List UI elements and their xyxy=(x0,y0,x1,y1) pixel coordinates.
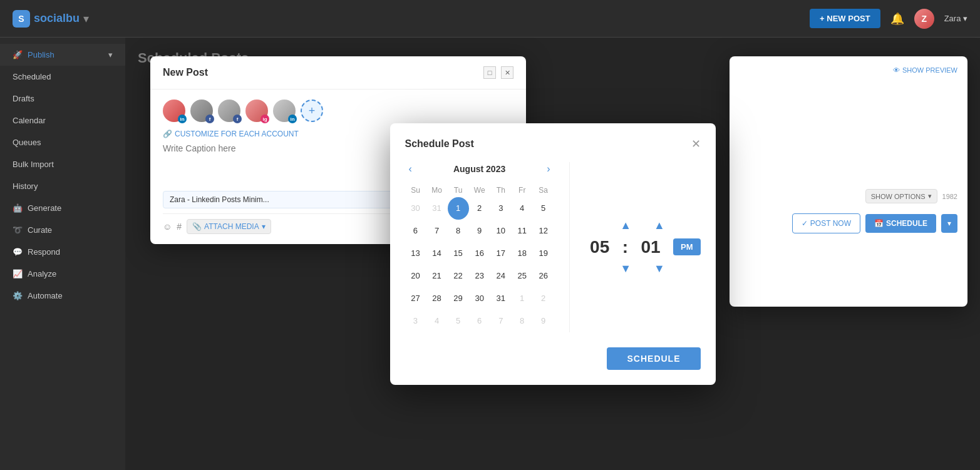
col-sun: Su xyxy=(405,183,426,197)
calendar-day[interactable]: 27 xyxy=(405,287,426,310)
sidebar-queues-label: Queues xyxy=(13,138,41,147)
hashtag-icon[interactable]: # xyxy=(177,222,182,232)
calendar-day[interactable]: 8 xyxy=(512,310,533,332)
user-name[interactable]: Zara ▾ xyxy=(944,14,967,23)
prev-month-button[interactable]: ‹ xyxy=(405,162,416,176)
avatar[interactable]: Z xyxy=(914,9,934,29)
app-shell: S socialbu ▾ + NEW POST 🔔 Z Zara ▾ 🚀 Pub… xyxy=(0,0,980,470)
sidebar-item-bulk-import[interactable]: Bulk Import xyxy=(0,153,125,175)
logo-dropdown-icon[interactable]: ▾ xyxy=(83,12,89,26)
sidebar-publish-label: Publish xyxy=(28,50,54,59)
calendar-day[interactable]: 25 xyxy=(512,265,533,287)
sidebar-item-curate[interactable]: ➰ Curate xyxy=(0,219,125,241)
maximize-button[interactable]: □ xyxy=(483,66,496,79)
calendar-day[interactable]: 11 xyxy=(512,220,533,242)
account-avatar-2[interactable]: f xyxy=(190,100,213,122)
calendar-day[interactable]: 5 xyxy=(533,197,554,220)
sidebar-item-scheduled[interactable]: Scheduled xyxy=(0,66,125,88)
sidebar-curate-label: Curate xyxy=(28,225,52,235)
schedule-confirm-button[interactable]: SCHEDULE xyxy=(607,347,700,370)
calendar-day[interactable]: 2 xyxy=(533,287,554,310)
calendar-day[interactable]: 3 xyxy=(490,197,512,220)
close-new-post-button[interactable]: ✕ xyxy=(501,66,513,79)
sidebar-item-drafts[interactable]: Drafts xyxy=(0,88,125,110)
sidebar-item-queues[interactable]: Queues xyxy=(0,131,125,153)
calendar-day[interactable]: 31 xyxy=(426,197,447,220)
account-avatar-4[interactable]: ig xyxy=(245,100,268,122)
sidebar-item-generate[interactable]: 🤖 Generate xyxy=(0,197,125,219)
calendar-day[interactable]: 15 xyxy=(448,242,469,265)
calendar-day[interactable]: 17 xyxy=(490,242,512,265)
sidebar-respond-label: Respond xyxy=(28,247,60,257)
ampm-button[interactable]: PM xyxy=(673,238,701,255)
calendar-day[interactable]: 4 xyxy=(512,197,533,220)
new-post-button[interactable]: + NEW POST xyxy=(810,9,880,28)
calendar-day[interactable]: 7 xyxy=(490,310,512,332)
emoji-icon[interactable]: ☺ xyxy=(163,222,172,232)
divider xyxy=(569,162,570,332)
calendar-day[interactable]: 31 xyxy=(490,287,512,310)
sidebar-item-history[interactable]: History xyxy=(0,175,125,197)
modal-controls: □ ✕ xyxy=(483,66,513,79)
sidebar-item-analyze[interactable]: 📈 Analyze xyxy=(0,263,125,285)
calendar-day[interactable]: 14 xyxy=(426,242,447,265)
calendar-day[interactable]: 7 xyxy=(426,220,447,242)
logo-text: socialbu xyxy=(34,12,80,25)
calendar-header-row: Su Mo Tu We Th Fr Sa xyxy=(405,183,554,197)
calendar-day[interactable]: 13 xyxy=(405,242,426,265)
minute-down-button[interactable]: ▼ xyxy=(654,262,665,275)
calendar-day[interactable]: 9 xyxy=(533,310,554,332)
calendar-day[interactable]: 30 xyxy=(469,287,490,310)
bell-icon[interactable]: 🔔 xyxy=(890,12,904,26)
hour-up-button[interactable]: ▲ xyxy=(620,219,631,232)
account-avatar-3[interactable]: f xyxy=(218,100,240,122)
sidebar-item-automate[interactable]: ⚙️ Automate xyxy=(0,285,125,307)
calendar-day[interactable]: 3 xyxy=(405,310,426,332)
calendar-day[interactable]: 6 xyxy=(405,220,426,242)
calendar-day[interactable]: 20 xyxy=(405,265,426,287)
schedule-dropdown-button[interactable]: ▾ xyxy=(941,214,957,233)
calendar-day[interactable]: 24 xyxy=(490,265,512,287)
calendar-day[interactable]: 4 xyxy=(426,310,447,332)
sidebar-item-publish[interactable]: 🚀 Publish ▾ xyxy=(0,44,125,66)
show-preview-label: SHOW PREVIEW xyxy=(902,66,957,74)
schedule-modal-title: Schedule Post xyxy=(405,138,474,150)
calendar-day[interactable]: 8 xyxy=(448,220,469,242)
add-account-button[interactable]: + xyxy=(301,100,323,122)
hour-down-button[interactable]: ▼ xyxy=(620,262,631,275)
account-avatar-5[interactable]: in xyxy=(273,100,296,122)
calendar-day[interactable]: 2 xyxy=(469,197,490,220)
calendar-day[interactable]: 23 xyxy=(469,265,490,287)
calendar-day[interactable]: 28 xyxy=(426,287,447,310)
calendar-day[interactable]: 12 xyxy=(533,220,554,242)
calendar-week-row: 20212223242526 xyxy=(405,265,554,287)
calendar-day[interactable]: 9 xyxy=(469,220,490,242)
calendar-day[interactable]: 18 xyxy=(512,242,533,265)
instagram-badge: ig xyxy=(260,115,269,123)
calendar-day[interactable]: 6 xyxy=(469,310,490,332)
close-schedule-modal-button[interactable]: ✕ xyxy=(691,138,701,150)
calendar-day[interactable]: 16 xyxy=(469,242,490,265)
calendar-day[interactable]: 10 xyxy=(490,220,512,242)
calendar-day[interactable]: 21 xyxy=(426,265,447,287)
show-options-button[interactable]: SHOW OPTIONS ▾ xyxy=(865,189,937,203)
post-now-button[interactable]: ✓ POST NOW xyxy=(792,213,860,233)
calendar-day[interactable]: 1 xyxy=(448,197,469,220)
next-month-button[interactable]: › xyxy=(543,162,554,176)
calendar-day[interactable]: 30 xyxy=(405,197,426,220)
calendar-day[interactable]: 5 xyxy=(448,310,469,332)
attach-media-button[interactable]: 📎 ATTACH MEDIA ▾ xyxy=(187,219,271,234)
calendar-day[interactable]: 29 xyxy=(448,287,469,310)
schedule-button[interactable]: 📅 SCHEDULE xyxy=(865,214,936,233)
show-preview-button[interactable]: 👁 SHOW PREVIEW xyxy=(740,66,957,74)
main-content: 🚀 Publish ▾ Scheduled Drafts Calendar Qu… xyxy=(0,38,980,470)
calendar-day[interactable]: 26 xyxy=(533,265,554,287)
calendar-day[interactable]: 22 xyxy=(448,265,469,287)
account-avatar-1[interactable]: in xyxy=(163,100,185,122)
calendar-day[interactable]: 1 xyxy=(512,287,533,310)
calendar-day[interactable]: 19 xyxy=(533,242,554,265)
sidebar-item-respond[interactable]: 💬 Respond xyxy=(0,241,125,263)
analyze-icon: 📈 xyxy=(13,269,23,278)
sidebar-item-calendar[interactable]: Calendar xyxy=(0,110,125,131)
minute-up-button[interactable]: ▲ xyxy=(654,219,665,232)
